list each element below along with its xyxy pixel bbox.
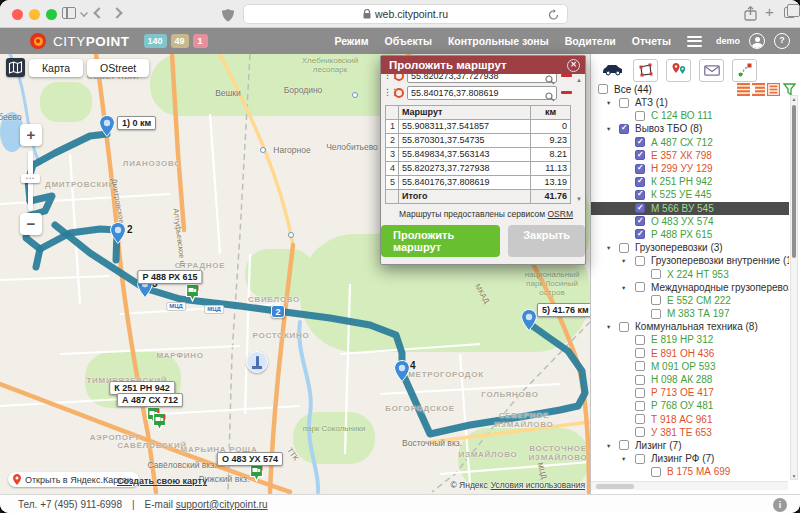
waypoint-input[interactable] [407, 74, 557, 83]
scroll-up-icon[interactable]: ▲ [576, 77, 582, 83]
list-view-icon[interactable] [737, 82, 750, 95]
close-dialog-button[interactable]: Закрыть [508, 225, 585, 257]
tree-row[interactable]: К 525 УЕ 445 [591, 188, 789, 201]
tree-row[interactable]: Н 098 АК 288 [591, 373, 789, 386]
columns-view-icon[interactable] [767, 82, 780, 95]
tab-vehicles[interactable] [600, 59, 625, 82]
map-type-map-button[interactable]: Карта [29, 59, 83, 77]
tree-row[interactable]: А 487 СХ 712 [591, 136, 789, 149]
row-checkbox[interactable] [651, 295, 661, 305]
row-checkbox[interactable] [619, 98, 629, 108]
tab-overview-icon[interactable] [784, 7, 795, 18]
row-checkbox[interactable] [635, 203, 645, 213]
row-checkbox[interactable] [619, 124, 629, 134]
close-window-button[interactable] [12, 9, 23, 20]
search-icon[interactable] [545, 88, 555, 105]
row-checkbox[interactable] [635, 427, 645, 437]
tree-row[interactable]: Н 299 УУ 129 [591, 162, 789, 175]
row-checkbox[interactable] [619, 243, 629, 253]
drag-handle-icon[interactable]: ⋮⋮ [383, 74, 391, 80]
expand-arrow-icon[interactable] [607, 99, 610, 107]
row-checkbox[interactable] [635, 282, 645, 292]
reload-icon[interactable] [548, 9, 559, 23]
expand-arrow-icon[interactable] [622, 284, 625, 292]
route-table-row[interactable]: 555.840176,37.80861913.19 [386, 176, 571, 190]
route-table-row[interactable]: 355.849834,37.5631438.21 [386, 148, 571, 162]
row-checkbox[interactable] [619, 322, 629, 332]
row-checkbox[interactable] [635, 401, 645, 411]
row-checkbox[interactable] [635, 361, 645, 371]
expand-arrow-icon[interactable] [607, 442, 610, 450]
tree-row[interactable]: АТЗ (1) [591, 96, 789, 109]
row-checkbox[interactable] [619, 440, 629, 450]
tree-row[interactable]: У 381 ТЕ 653 [591, 426, 789, 439]
zoom-out-button[interactable]: − [20, 213, 42, 235]
route-table-row[interactable]: 255.870301,37.547359.23 [386, 134, 571, 148]
row-checkbox[interactable] [635, 137, 645, 147]
sidebar-toggle-icon[interactable] [62, 7, 76, 19]
route-cluster-badge[interactable]: 2 [271, 305, 285, 318]
tree-row[interactable]: М 383 ТА 197 [591, 307, 789, 320]
chevron-down-icon[interactable] [80, 9, 88, 17]
tree-row[interactable]: Вывоз ТБО (8) [591, 122, 789, 135]
row-checkbox[interactable] [635, 216, 645, 226]
dialog-close-button[interactable]: ✕ [567, 59, 580, 72]
user-name[interactable]: demo [716, 36, 740, 46]
map-type-ostreet-button[interactable]: OStreet [87, 59, 149, 77]
terms-link[interactable]: Условия использования [491, 480, 585, 490]
filter-funnel-icon[interactable] [783, 82, 796, 95]
row-checkbox[interactable] [635, 177, 645, 187]
crosshair-icon[interactable] [394, 88, 404, 98]
fullscreen-window-button[interactable] [46, 9, 57, 20]
row-checkbox[interactable] [635, 229, 645, 239]
route-table-row[interactable]: 155.908311,37.5418570 [386, 120, 571, 134]
dialog-title-bar[interactable]: Проложить маршрут ✕ [381, 56, 585, 74]
tree-row[interactable]: Е 552 СМ 222 [591, 294, 789, 307]
new-tab-icon[interactable]: + [765, 3, 774, 20]
row-checkbox[interactable] [651, 309, 661, 319]
remove-waypoint-icon[interactable] [561, 74, 572, 77]
tree-row[interactable]: К 251 РН 942 [591, 175, 789, 188]
remove-waypoint-icon[interactable] [561, 91, 572, 94]
vehicle-plate-label[interactable]: Р 488 РХ 615 [137, 270, 202, 284]
waypoint-input[interactable] [407, 86, 557, 100]
menu-icon[interactable] [687, 36, 702, 47]
share-icon[interactable] [744, 6, 757, 25]
tree-row[interactable]: Е 891 ОН 436 [591, 347, 789, 360]
scroll-down-icon[interactable]: ▼ [576, 196, 582, 202]
waypoint-pin-icon[interactable] [521, 309, 537, 331]
vehicle-plate-label[interactable]: О 483 УХ 574 [217, 452, 283, 466]
info-icon[interactable]: i [773, 498, 787, 512]
tree-row[interactable]: М 566 ВУ 545 [591, 202, 789, 215]
drag-handle-icon[interactable]: ⋮⋮ [383, 88, 391, 97]
tree-row[interactable]: Р 713 ОЕ 417 [591, 386, 789, 399]
row-checkbox[interactable] [635, 348, 645, 358]
forward-icon[interactable] [111, 7, 122, 18]
scrollbar-thumb[interactable] [792, 105, 796, 258]
row-checkbox[interactable] [635, 375, 645, 385]
tab-routes[interactable] [732, 59, 757, 82]
tree-row[interactable]: Х 224 НТ 953 [591, 267, 789, 280]
row-checkbox[interactable] [635, 150, 645, 160]
back-icon[interactable] [93, 7, 104, 18]
osrm-link[interactable]: OSRM [548, 209, 574, 219]
tree-row[interactable]: Коммунальная техника (8) [591, 320, 789, 333]
row-checkbox[interactable] [635, 388, 645, 398]
layers-icon[interactable] [6, 58, 25, 77]
sidebar-vertical-scrollbar[interactable]: ▲ ▼ [790, 95, 798, 480]
vehicle-marker-icon[interactable] [185, 283, 200, 302]
tab-messages[interactable] [699, 59, 724, 82]
tab-markers[interactable] [666, 59, 691, 82]
sidebar-horizontal-scrollbar[interactable] [591, 481, 788, 490]
help-button[interactable]: ? [774, 33, 790, 49]
nav-item[interactable]: Контрольные зоны [448, 35, 549, 47]
tree-row[interactable]: Грузоперевозки внутренние (1) [591, 254, 789, 267]
tree-row[interactable]: Т 918 АС 961 [591, 413, 789, 426]
crosshair-icon[interactable] [394, 74, 404, 81]
expand-arrow-icon[interactable] [607, 244, 610, 252]
tree-row[interactable]: Лизинг (7) [591, 439, 789, 452]
row-checkbox[interactable] [651, 467, 661, 477]
vehicle-marker-icon[interactable] [152, 412, 167, 431]
row-checkbox[interactable] [635, 335, 645, 345]
user-avatar[interactable] [749, 33, 765, 49]
